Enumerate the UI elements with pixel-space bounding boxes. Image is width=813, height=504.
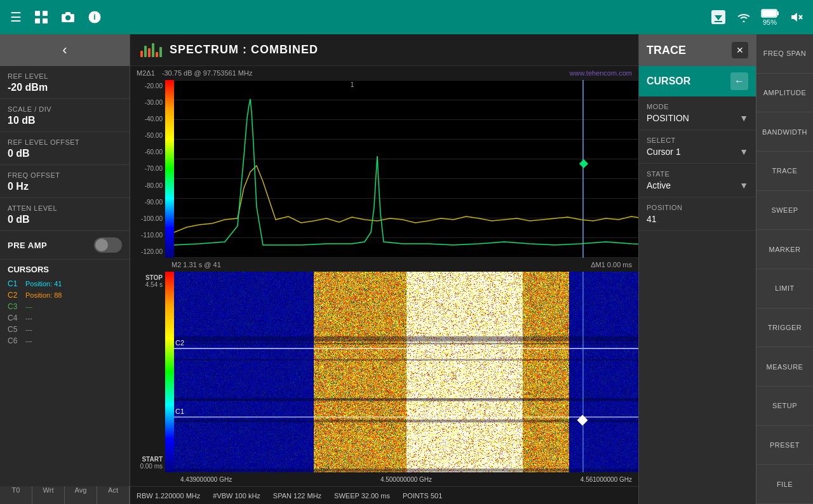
- tab-act[interactable]: Act: [97, 486, 130, 504]
- wifi-icon[interactable]: [737, 11, 751, 23]
- nav-measure[interactable]: MEASURE: [756, 347, 813, 387]
- nav-freq-span[interactable]: FREQ SPAN: [756, 34, 813, 74]
- camera-icon[interactable]: [61, 11, 75, 23]
- bar1: [140, 51, 143, 57]
- ref-level-value: -20 dBm: [8, 82, 122, 93]
- spectrum-svg: [174, 80, 638, 258]
- mode-dropdown-arrow[interactable]: ▼: [739, 113, 748, 123]
- nav-bandwidth[interactable]: BANDWIDTH: [756, 112, 813, 152]
- tab-t0[interactable]: T0: [0, 486, 32, 504]
- cursors-title: CURSORS: [8, 265, 122, 274]
- grid-icon[interactable]: [34, 10, 48, 24]
- cursor-section-label: CURSOR: [647, 76, 690, 87]
- freq-axis-row: 4.439000000 GHz 4.500000000 GHz 4.561000…: [130, 472, 638, 486]
- info-icon[interactable]: i: [88, 10, 102, 24]
- cursor-row-c5[interactable]: C5 ---: [8, 324, 122, 335]
- pre-amp-switch[interactable]: [94, 237, 122, 253]
- trace-title: TRACE: [647, 44, 686, 57]
- svg-text:i: i: [93, 13, 95, 22]
- wf-colormap: [165, 272, 174, 472]
- trace-position-section[interactable]: POSITION 41: [639, 197, 756, 231]
- nav-trigger[interactable]: TRIGGER: [756, 308, 813, 348]
- svg-rect-13: [777, 11, 779, 15]
- svg-rect-6: [65, 12, 71, 15]
- state-label: STATE: [647, 170, 748, 178]
- chart-status-bar: M2 1.31 s @ 41 ΔM1 0.00 ms: [130, 258, 638, 272]
- mute-icon[interactable]: [789, 10, 803, 24]
- colormap: [165, 80, 174, 258]
- freq-label-2: 4.500000000 GHz: [380, 476, 432, 483]
- position-value: 41: [647, 214, 657, 224]
- y-20: -20.00: [133, 83, 163, 90]
- freq-offset-item[interactable]: FREQ OFFSET 0 Hz: [0, 165, 130, 198]
- select-label: SELECT: [647, 136, 748, 144]
- gl3: [174, 119, 638, 120]
- gl5: [174, 159, 638, 159]
- cursor-row-c3[interactable]: C3 ---: [8, 301, 122, 312]
- gl10: [174, 257, 638, 258]
- trace-close-button[interactable]: ✕: [732, 42, 748, 58]
- nav-preset[interactable]: PRESET: [756, 426, 813, 465]
- y-60: -60.00: [133, 149, 163, 156]
- cursor-back-button[interactable]: ←: [730, 72, 748, 90]
- gl7: [174, 198, 638, 199]
- atten-level-item[interactable]: ATTEN LEVEL 0 dB: [0, 198, 130, 231]
- center-title: SPECTRUM : COMBINED: [170, 43, 318, 56]
- nav-sweep[interactable]: SWEEP: [756, 191, 813, 230]
- cursor-row-c1[interactable]: C1 Position: 41: [8, 278, 122, 289]
- ref-level-item[interactable]: REF LEVEL -20 dBm: [0, 66, 130, 99]
- save-icon[interactable]: [710, 9, 727, 25]
- trace-select-section[interactable]: SELECT Cursor 1 ▼: [639, 130, 756, 164]
- freq-offset-value: 0 Hz: [8, 181, 122, 192]
- nav-file[interactable]: FILE: [756, 465, 813, 504]
- marker-value: -30.75 dB @ 97.753561 MHz: [162, 69, 253, 77]
- ref-level-label: REF LEVEL: [8, 72, 122, 80]
- nav-trace[interactable]: TRACE: [756, 152, 813, 191]
- svg-rect-3: [43, 18, 48, 23]
- cursor-row-c4[interactable]: C4 ---: [8, 312, 122, 324]
- position-label: POSITION: [647, 204, 748, 211]
- nav-limit[interactable]: LIMIT: [756, 269, 813, 308]
- select-value: Cursor 1: [647, 147, 681, 157]
- start-label: START: [133, 456, 163, 463]
- cursor-id-c3: C3: [8, 302, 20, 311]
- time-axis: STOP 4.54 s START 0.00 ms: [130, 272, 165, 472]
- state-dropdown-arrow[interactable]: ▼: [739, 180, 748, 190]
- trace-mode-section[interactable]: MODE POSITION ▼: [639, 96, 756, 130]
- grid-lines: [174, 80, 638, 258]
- scale-div-item[interactable]: SCALE / DIV 10 dB: [0, 99, 130, 132]
- select-dropdown-arrow[interactable]: ▼: [739, 147, 748, 157]
- topbar: ☰ i: [0, 0, 813, 34]
- status-delta: ΔM1 0.00 ms: [591, 261, 632, 269]
- cursor-section[interactable]: CURSOR ←: [639, 66, 756, 96]
- y-axis-container: -20.00 -30.00 -40.00 -50.00 -60.00 -70.0…: [130, 80, 165, 258]
- ref-level-offset-item[interactable]: REF LEVEL OFFSET 0 dB: [0, 132, 130, 165]
- menu-icon[interactable]: ☰: [10, 10, 22, 25]
- y-80: -80.00: [133, 182, 163, 189]
- tab-wrt[interactable]: Wrt: [32, 486, 65, 504]
- trace-state-section[interactable]: STATE Active ▼: [639, 164, 756, 197]
- nav-marker[interactable]: MARKER: [756, 230, 813, 269]
- mode-value: POSITION: [647, 113, 689, 123]
- back-button[interactable]: ‹: [0, 34, 130, 66]
- nav-amplitude[interactable]: AMPLITUDE: [756, 74, 813, 113]
- cursor-row-c6[interactable]: C6 ---: [8, 335, 122, 347]
- stop-container: STOP 4.54 s: [133, 274, 163, 288]
- pre-amp-label: PRE AMP: [8, 241, 47, 250]
- cursors-section: CURSORS C1 Position: 41 C2 Position: 88 …: [0, 260, 130, 352]
- select-value-row: Cursor 1 ▼: [647, 147, 748, 157]
- cursor-row-c2[interactable]: C2 Position: 88: [8, 289, 122, 301]
- nav-setup[interactable]: SETUP: [756, 387, 813, 426]
- mode-value-row: POSITION ▼: [647, 113, 748, 123]
- chart-plot[interactable]: 1: [174, 80, 638, 258]
- main-layout: ‹ REF LEVEL -20 dBm SCALE / DIV 10 dB RE…: [0, 34, 813, 504]
- svg-point-5: [65, 15, 71, 20]
- pre-amp-toggle[interactable]: PRE AMP: [0, 231, 130, 260]
- cursor-id-c6: C6: [8, 336, 20, 345]
- side-nav: FREQ SPAN AMPLITUDE BANDWIDTH TRACE SWEE…: [756, 34, 813, 504]
- tab-avg[interactable]: Avg: [65, 486, 97, 504]
- y-70: -70.00: [133, 165, 163, 172]
- y-110: -110.00: [133, 232, 163, 239]
- waterfall-plot[interactable]: C2 C1: [174, 272, 638, 472]
- waterfall-canvas: [174, 272, 638, 472]
